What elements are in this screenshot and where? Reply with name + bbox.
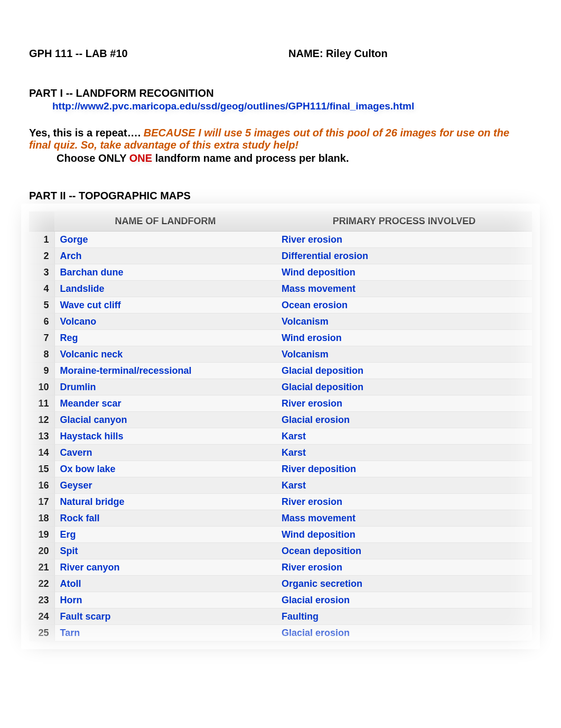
choose-line: Choose ONLY ONE landform name and proces… (57, 152, 532, 164)
row-number: 8 (29, 346, 54, 363)
name-field: NAME: Riley Culton (273, 48, 532, 60)
process-name: Mass movement (276, 510, 532, 527)
process-name: Glacial erosion (276, 412, 532, 428)
landform-name: Arch (54, 248, 276, 264)
process-name: Volcanism (276, 346, 532, 363)
landform-name: Glacial canyon (54, 412, 276, 428)
row-number: 9 (29, 363, 54, 379)
table-row: 6VolcanoVolcanism (29, 314, 532, 330)
landform-name: Fault scarp (54, 609, 276, 625)
table-row: 20SpitOcean deposition (29, 543, 532, 559)
process-name: River erosion (276, 559, 532, 576)
name-prefix: NAME: (288, 48, 326, 59)
table-row: 25TarnGlacial erosion (29, 625, 532, 641)
landform-name: Cavern (54, 445, 276, 461)
landform-name: Landslide (54, 281, 276, 297)
table-row: 8Volcanic neckVolcanism (29, 346, 532, 363)
landform-name: Moraine-terminal/recessional (54, 363, 276, 379)
choose-one: ONE (129, 152, 152, 164)
table-row: 17Natural bridgeRiver erosion (29, 494, 532, 510)
process-name: Wind deposition (276, 264, 532, 281)
choose-before: Choose ONLY (57, 152, 129, 164)
landform-name: Meander scar (54, 395, 276, 412)
part2-title: PART II -- TOPOGRAPHIC MAPS (29, 190, 532, 202)
table-row: 10DrumlinGlacial deposition (29, 379, 532, 395)
table-row: 7RegWind erosion (29, 330, 532, 346)
landform-name: Horn (54, 592, 276, 609)
col-name: NAME OF LANDFORM (54, 211, 276, 232)
row-number: 10 (29, 379, 54, 395)
table-row: 4LandslideMass movement (29, 281, 532, 297)
process-name: Ocean erosion (276, 297, 532, 314)
table-row: 15Ox bow lakeRiver deposition (29, 461, 532, 477)
row-number: 21 (29, 559, 54, 576)
process-name: Organic secretion (276, 576, 532, 592)
process-name: Karst (276, 477, 532, 494)
landform-name: Volcanic neck (54, 346, 276, 363)
row-number: 2 (29, 248, 54, 264)
row-number: 17 (29, 494, 54, 510)
row-number: 18 (29, 510, 54, 527)
landform-name: Barchan dune (54, 264, 276, 281)
part1-title: PART I -- LANDFORM RECOGNITION (29, 87, 532, 99)
repeat-black: Yes, this is a repeat…. (29, 127, 144, 139)
table-row: 1GorgeRiver erosion (29, 232, 532, 248)
landform-name: Gorge (54, 232, 276, 248)
table-header-row: NAME OF LANDFORM PRIMARY PROCESS INVOLVE… (29, 211, 532, 232)
table-row: 13Haystack hillsKarst (29, 428, 532, 445)
table-row: 21River canyonRiver erosion (29, 559, 532, 576)
row-number: 16 (29, 477, 54, 494)
row-number: 15 (29, 461, 54, 477)
landform-name: Erg (54, 527, 276, 543)
table-row: 2ArchDifferential erosion (29, 248, 532, 264)
landform-name: River canyon (54, 559, 276, 576)
process-name: Ocean deposition (276, 543, 532, 559)
process-name: Differential erosion (276, 248, 532, 264)
process-name: Glacial erosion (276, 592, 532, 609)
col-number (29, 211, 54, 232)
process-name: River erosion (276, 395, 532, 412)
landform-name: Volcano (54, 314, 276, 330)
landform-name: Wave cut cliff (54, 297, 276, 314)
landform-table: NAME OF LANDFORM PRIMARY PROCESS INVOLVE… (29, 211, 532, 641)
row-number: 4 (29, 281, 54, 297)
col-process: PRIMARY PROCESS INVOLVED (276, 211, 532, 232)
process-name: River erosion (276, 232, 532, 248)
process-name: Karst (276, 445, 532, 461)
row-number: 22 (29, 576, 54, 592)
landform-name: Tarn (54, 625, 276, 641)
process-name: Glacial erosion (276, 625, 532, 641)
choose-after: landform name and process per blank. (152, 152, 349, 164)
header-row: GPH 111 -- LAB #10 NAME: Riley Culton (29, 48, 532, 60)
row-number: 12 (29, 412, 54, 428)
row-number: 14 (29, 445, 54, 461)
row-number: 19 (29, 527, 54, 543)
repeat-line: Yes, this is a repeat…. BECAUSE I will u… (29, 127, 532, 151)
landform-name: Rock fall (54, 510, 276, 527)
table-row: 24Fault scarpFaulting (29, 609, 532, 625)
part1-url[interactable]: http://www2.pvc.maricopa.edu/ssd/geog/ou… (52, 100, 532, 112)
row-number: 1 (29, 232, 54, 248)
row-number: 3 (29, 264, 54, 281)
table-row: 9Moraine-terminal/recessionalGlacial dep… (29, 363, 532, 379)
table-body: 1GorgeRiver erosion2ArchDifferential ero… (29, 232, 532, 641)
landform-name: Natural bridge (54, 494, 276, 510)
table-row: 16GeyserKarst (29, 477, 532, 494)
row-number: 7 (29, 330, 54, 346)
process-name: Wind deposition (276, 527, 532, 543)
table-row: 23HornGlacial erosion (29, 592, 532, 609)
table-row: 12Glacial canyonGlacial erosion (29, 412, 532, 428)
table-row: 18Rock fallMass movement (29, 510, 532, 527)
lab-title: GPH 111 -- LAB #10 (29, 48, 273, 60)
landform-name: Atoll (54, 576, 276, 592)
process-name: River deposition (276, 461, 532, 477)
row-number: 5 (29, 297, 54, 314)
table-row: 14CavernKarst (29, 445, 532, 461)
row-number: 20 (29, 543, 54, 559)
row-number: 25 (29, 625, 54, 641)
landform-name: Spit (54, 543, 276, 559)
landform-name: Ox bow lake (54, 461, 276, 477)
landform-name: Reg (54, 330, 276, 346)
table-row: 3Barchan duneWind deposition (29, 264, 532, 281)
landform-name: Haystack hills (54, 428, 276, 445)
